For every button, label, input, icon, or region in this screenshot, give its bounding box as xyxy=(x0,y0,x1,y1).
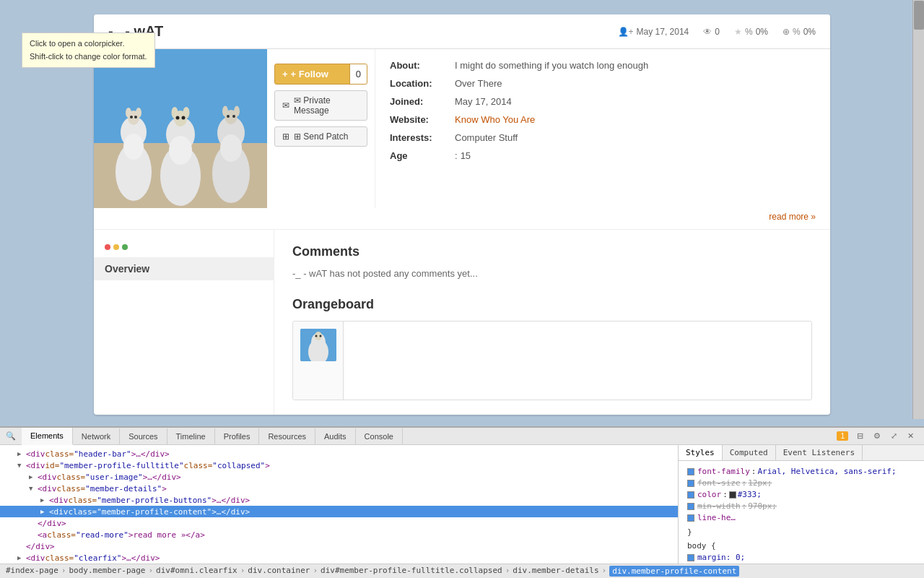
about-value: I might do something if you watch long e… xyxy=(455,60,648,71)
profile-body: + + Follow 0 ✉ ✉ Private Message ⊞ ⊞ Sen… xyxy=(94,49,830,208)
send-patch-button[interactable]: ⊞ ⊞ Send Patch xyxy=(274,126,367,147)
breadcrumb-body[interactable]: body.member-page xyxy=(69,566,145,577)
style-checkbox-body-margin[interactable] xyxy=(687,554,694,561)
username: -_ - wAT xyxy=(108,23,618,40)
style-checkbox-font-family[interactable] xyxy=(687,468,694,475)
follow-icon: + xyxy=(282,69,288,79)
website-link[interactable]: Know Who You Are xyxy=(455,114,535,125)
views-meta: 👁 0 xyxy=(703,27,720,37)
star-icon: ★ xyxy=(734,27,742,37)
style-checkbox-min-width[interactable] xyxy=(687,503,694,510)
dot-yellow xyxy=(113,244,119,250)
orangeboard-avatar-img xyxy=(300,329,336,361)
html-line-3[interactable]: ▶ <div class= "user-image" >…</div> xyxy=(0,471,678,483)
member-profile-content: About: I might do something if you watch… xyxy=(375,49,830,208)
svg-point-15 xyxy=(176,116,180,120)
orangeboard-content xyxy=(292,321,812,400)
add-user-icon: 👤+ xyxy=(618,27,634,37)
expand-arrow-1[interactable]: ▶ xyxy=(17,450,26,457)
html-line-4[interactable]: ▼ <div class= "member-details" > xyxy=(0,483,678,494)
sidebar-dots xyxy=(94,237,274,257)
tab-audits[interactable]: Audits xyxy=(315,428,356,444)
main-content: Comments -_ - wAT has not posted any com… xyxy=(274,230,830,415)
interests-label: Interests: xyxy=(390,132,455,143)
expand-arrow-6[interactable]: ▶ xyxy=(40,508,49,515)
style-font-family: font-family : Arial, Helvetica, sans-ser… xyxy=(684,466,918,477)
svg-point-30 xyxy=(315,335,317,337)
warning-badge: 1 xyxy=(837,431,848,441)
scrollbar-thumb[interactable] xyxy=(914,1,924,30)
styles-tab-computed[interactable]: Computed xyxy=(723,445,776,460)
devtools-search-icon[interactable]: 🔍 xyxy=(0,428,22,444)
html-line-9[interactable]: </div> xyxy=(0,540,678,552)
breadcrumb-index[interactable]: #index-page xyxy=(6,566,58,577)
style-min-width: min-width : 970px; xyxy=(684,501,918,512)
style-checkbox-line-height[interactable] xyxy=(687,514,694,522)
private-message-button[interactable]: ✉ ✉ Private Message xyxy=(274,90,367,121)
sidebar-item-overview[interactable]: Overview xyxy=(94,257,274,280)
html-line-2[interactable]: ▼ <div id= "member-profile-fulltitle" cl… xyxy=(0,460,678,471)
user-image xyxy=(94,49,267,208)
tab-network[interactable]: Network xyxy=(73,428,120,444)
html-line-5[interactable]: ▶ <div class= "member-profile-buttons" >… xyxy=(0,494,678,506)
website-label: Website: xyxy=(390,114,455,125)
tab-elements[interactable]: Elements xyxy=(22,428,73,445)
joined-date: May 17, 2014 xyxy=(637,27,689,37)
about-label: About: xyxy=(390,60,455,71)
breadcrumb-member-details[interactable]: div.member-details xyxy=(513,566,598,577)
interests-field: Interests: Computer Stuff xyxy=(390,132,816,143)
svg-point-23 xyxy=(227,115,230,118)
devtools-dock-icon[interactable]: ⤢ xyxy=(886,428,902,444)
tab-timeline[interactable]: Timeline xyxy=(167,428,215,444)
tab-resources[interactable]: Resources xyxy=(259,428,315,444)
html-line-7[interactable]: </div> xyxy=(0,517,678,529)
devtools-stack-icon[interactable]: ⊟ xyxy=(853,428,868,444)
style-checkbox-color[interactable] xyxy=(687,491,694,499)
scrollbar[interactable] xyxy=(912,0,924,419)
follow-count[interactable]: 0 xyxy=(349,64,367,84)
svg-point-16 xyxy=(182,116,186,120)
breadcrumb-omni[interactable]: div#omni.clearfix xyxy=(156,566,237,577)
html-line-6[interactable]: ▶ <div class= "member-profile-content" >… xyxy=(0,506,678,517)
follow-button-main[interactable]: + + Follow xyxy=(275,64,349,84)
style-checkbox-font-size[interactable] xyxy=(687,480,694,487)
styles-tab-event-listeners[interactable]: Event Listeners xyxy=(776,445,863,460)
breadcrumb-member-profile[interactable]: div#member-profile-fulltitle.collapsed xyxy=(321,566,502,577)
html-line-1[interactable]: ▶ <div class= "header-bar" >…</div> xyxy=(0,448,678,460)
send-patch-label: ⊞ Send Patch xyxy=(294,131,348,142)
tab-sources[interactable]: Sources xyxy=(120,428,167,444)
location-label: Location: xyxy=(390,78,455,89)
expand-arrow-10[interactable]: ▶ xyxy=(17,554,26,561)
tab-profiles[interactable]: Profiles xyxy=(215,428,260,444)
joined-meta: 👤+ May 17, 2014 xyxy=(618,27,689,37)
member-profile-buttons: + + Follow 0 ✉ ✉ Private Message ⊞ ⊞ Sen… xyxy=(267,49,375,208)
contrib-pct-label: % xyxy=(793,27,801,37)
style-closing-brace: } xyxy=(684,526,918,538)
expand-arrow-3[interactable]: ▶ xyxy=(29,473,38,480)
html-line-10[interactable]: ▶ <div class= "clearfix" >…</div> xyxy=(0,552,678,564)
no-comments-text: -_ - wAT has not posted any comments yet… xyxy=(292,268,812,279)
expand-arrow-4[interactable]: ▼ xyxy=(29,485,38,492)
tab-console[interactable]: Console xyxy=(356,428,403,444)
browser-window: -_ - wAT 👤+ May 17, 2014 👁 0 ★ % 0% xyxy=(0,0,924,578)
color-swatch[interactable] xyxy=(729,491,736,499)
body-selector: body { xyxy=(687,541,716,551)
svg-point-9 xyxy=(123,134,144,160)
devtools-settings-icon[interactable]: ⚙ xyxy=(869,428,885,444)
style-body-margin: margin: 0; xyxy=(684,552,918,563)
age-value: 15 xyxy=(461,150,471,161)
breadcrumb-member-content[interactable]: div.member-profile-content xyxy=(609,566,739,577)
styles-tabs: Styles Computed Event Listeners xyxy=(679,445,924,461)
private-message-label: ✉ Private Message xyxy=(294,95,359,116)
read-more-link[interactable]: read more » xyxy=(94,208,830,229)
breadcrumb-container[interactable]: div.container xyxy=(248,566,310,577)
follow-button[interactable]: + + Follow 0 xyxy=(274,64,367,85)
styles-content: font-family : Arial, Helvetica, sans-ser… xyxy=(679,461,924,564)
expand-arrow-2[interactable]: ▼ xyxy=(17,462,26,469)
html-line-8[interactable]: <a class= "read-more" >read more »</a> xyxy=(0,529,678,540)
profile-lower: Overview Comments -_ - wAT has not poste… xyxy=(94,229,830,415)
expand-arrow-5[interactable]: ▶ xyxy=(40,496,49,504)
devtools-close-icon[interactable]: ✕ xyxy=(903,428,918,444)
styles-tab-styles[interactable]: Styles xyxy=(679,445,723,460)
devtools-html-panel[interactable]: ▶ <div class= "header-bar" >…</div> ▼ <d… xyxy=(0,445,679,564)
